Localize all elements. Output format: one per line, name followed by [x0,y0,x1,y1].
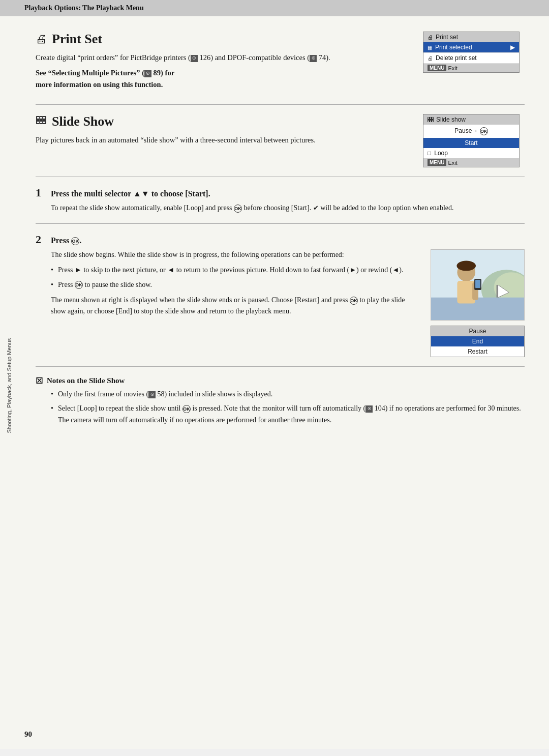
step1-body: To repeat the slide show automatically, … [36,202,525,214]
slide-show-section: Slide Show Play pictures back in an auto… [36,114,525,167]
book-icon-2: ☉ [310,55,317,62]
notes-section: ☒ Notes on the Slide Show Only the first… [36,376,525,426]
notes-bullet-list: Only the first frame of movies (☉ 58) in… [36,389,525,426]
notes-bullet-2: Select [Loop] to repeat the slide show u… [51,403,525,426]
slide-show-title-row: Slide Show [36,114,413,129]
slide-show-body: Play pictures back in an automated “slid… [36,134,413,146]
svg-rect-7 [39,116,40,124]
delete-icon: 🖨 [428,55,433,61]
print-set-title: Print Set [52,32,102,47]
slide-show-menu: Slide show Pause→ OK Start □ Loop MENU E… [423,114,525,167]
svg-rect-5 [40,122,42,123]
ok-icon-step2b: OK [350,297,358,305]
svg-rect-12 [432,118,433,119]
print-selected-item[interactable]: ▦ Print selected ▶ [423,42,519,53]
ok-icon-notes: OK [182,405,191,413]
ok-icon-step1: OK [234,205,242,213]
book-icon-1: ☉ [191,55,198,62]
menu-key-2: MENU [428,159,446,166]
slide-show-left: Slide Show Play pictures back in an auto… [36,114,413,167]
divider-2 [36,177,525,177]
menu-key: MENU [428,65,446,71]
svg-rect-27 [475,280,480,288]
main-content: Shooting, Playback, and Setup Menus 🖨 Pr… [0,16,549,749]
step2-container: 2 Press OK. The slide show begins. While… [36,233,525,357]
step2-header: 2 Press OK. [36,233,525,246]
bullet-item-1: Press ► to skip to the next picture, or … [51,265,420,276]
divider-1 [36,104,525,105]
print-set-menu-title: 🖨 Print set [423,32,519,42]
step2-right: Pause End Restart [431,249,525,357]
notes-icon: ☒ [36,376,43,386]
film-icon-small [428,117,434,123]
step1-header: 1 Press the multi selector ▲▼ to choose … [36,186,525,199]
page-number: 90 [24,730,32,739]
step2-number: 2 [36,233,46,246]
step2-content: The slide show begins. While the slide s… [36,249,525,357]
slideshow-pause-row: Pause→ OK [423,125,519,138]
svg-rect-10 [428,118,429,119]
delete-print-set-item[interactable]: 🖨 Delete print set [423,53,519,64]
slideshow-start-row[interactable]: Start [423,138,519,148]
menu-print-icon: 🖨 [428,34,433,40]
slide-show-menu-box: Slide show Pause→ OK Start □ Loop MENU E… [423,114,520,167]
ok-button-icon: OK [480,127,488,135]
print-set-section: 🖨 Print Set Create digital “print orders… [36,32,525,94]
svg-point-23 [456,260,476,271]
print-set-menu-box: 🖨 Print set ▦ Print selected ▶ 🖨 Delete … [423,32,520,73]
svg-rect-11 [430,118,431,119]
svg-rect-6 [43,122,45,123]
book-icon-3: ☉ [144,70,151,77]
print-set-body1: Create digital “print orders” for PictBr… [36,52,413,63]
step2-title: Press OK. [51,236,81,245]
slide-show-title: Slide Show [52,114,114,129]
print-set-title-row: 🖨 Print Set [36,32,413,47]
step2-bullet-list: Press ► to skip to the next picture, or … [36,265,420,290]
ok-icon-bullet: OK [75,281,83,289]
svg-rect-1 [37,117,39,119]
grid-icon: ▦ [428,45,432,50]
print-set-menu: 🖨 Print set ▦ Print selected ▶ 🖨 Delete … [423,32,525,94]
svg-rect-14 [430,121,431,122]
step2-left: The slide show begins. While the slide s… [36,249,420,357]
step1-title: Press the multi selector ▲▼ to choose [S… [51,189,210,198]
book-icon-notes1: ☉ [148,391,156,398]
svg-rect-3 [43,117,45,119]
slideshow-menu-title: Slide show [423,114,519,125]
print-set-icon: 🖨 [36,33,47,46]
svg-rect-4 [37,122,39,123]
check-mark: ✔ [313,204,319,212]
svg-rect-8 [43,116,44,124]
svg-rect-2 [40,117,42,119]
svg-rect-15 [432,121,433,122]
bullet-item-2: Press OK to pause the slide show. [51,279,420,290]
divider-4 [36,366,525,367]
ok-icon-step2: OK [71,237,79,245]
notes-bullet-1: Only the first frame of movies (☉ 58) in… [51,389,525,400]
step1-number: 1 [36,186,46,199]
step1-container: 1 Press the multi selector ▲▼ to choose … [36,186,525,214]
slideshow-loop-row: □ Loop [423,148,519,158]
pause-menu-illustration: Pause End Restart [431,326,525,357]
top-bar: Playback Options: The Playback Menu [0,0,549,16]
pause-menu-title: Pause [431,326,524,336]
camera-illustration [431,249,525,321]
pause-menu-end: End [431,336,524,346]
step2-body2: The menu shown at right is displayed whe… [36,295,420,317]
divider-3 [36,223,525,224]
svg-rect-13 [428,121,429,122]
checkbox-icon: □ [428,150,431,157]
svg-rect-19 [431,298,524,321]
print-menu-footer: MENU Exit [423,64,519,72]
top-bar-label: Playback Options: The Playback Menu [24,4,144,12]
slideshow-menu-footer: MENU Exit [423,158,519,167]
slide-show-icon [36,114,47,129]
pause-menu-restart: Restart [431,346,524,357]
notes-title-row: ☒ Notes on the Slide Show [36,376,525,386]
pause-label: Pause→ [454,128,478,135]
step2-body1: The slide show begins. While the slide s… [36,249,420,260]
arrow-indicator: ▶ [510,44,515,51]
notes-title-text: Notes on the Slide Show [47,376,125,385]
print-set-body2: See “Selecting Multiple Pictures” (☉ 89)… [36,67,413,90]
book-icon-notes2: ☉ [365,405,373,413]
